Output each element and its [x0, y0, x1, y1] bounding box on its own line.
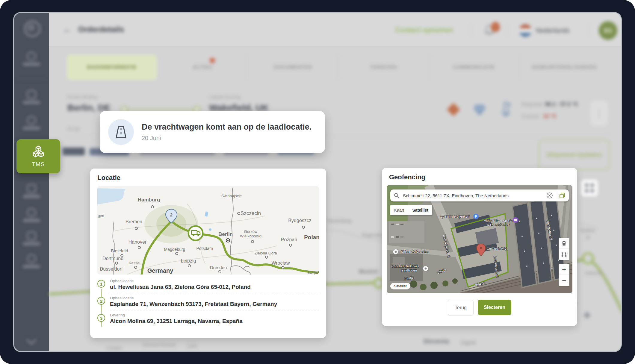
notification-badge: [491, 22, 500, 32]
tms-cubes-icon: [31, 145, 46, 159]
polygon-icon: [561, 252, 567, 257]
tab-bar: BASISINFORMATIE ACTIES DOCUMENTEN TARIEV…: [67, 55, 610, 80]
sidebar-item-2[interactable]: [14, 90, 49, 104]
stop-row-2: 2 Ophaallocatie Esplanade 71, Wenzenbach…: [97, 296, 319, 307]
sidebar-item-7[interactable]: [14, 254, 49, 268]
pickup-label: Eerste afhaling: [67, 94, 97, 99]
bg-map-label: Košice: [580, 228, 595, 233]
tab-tarieven[interactable]: TARIEVEN: [338, 55, 429, 80]
copy-address-icon[interactable]: [559, 192, 565, 198]
map-type-toggle: Kaart Satelliet: [390, 205, 432, 215]
sidebar-item-tms-active[interactable]: TMS: [16, 139, 60, 173]
sidebar-item-6-label: [23, 242, 40, 245]
sidebar-item-3[interactable]: [14, 116, 49, 130]
geo-map-label: Capabel Onderwijs: [391, 264, 419, 268]
back-button[interactable]: ←: [63, 24, 72, 34]
geofencing-title: Geofencing: [389, 173, 425, 181]
pickup-date: 06 Apr: [67, 126, 80, 131]
terug-button[interactable]: Terug: [448, 300, 474, 316]
search-input[interactable]: [402, 193, 543, 198]
tms-label: TMS: [32, 161, 45, 168]
locatie-map[interactable]: Hamburg Świnoujście Szczecin Bremen Bydg…: [97, 186, 319, 274]
page-title: Orderdetails: [78, 25, 124, 34]
language-selector[interactable]: Nederlands: [536, 27, 570, 34]
stop-1-number: 1: [97, 280, 105, 288]
clear-search-icon[interactable]: [546, 192, 553, 199]
avatar[interactable]: BS: [599, 21, 617, 40]
delete-geofence-button[interactable]: [559, 238, 569, 249]
notification-toast: De vrachtwagen komt aan op de laadlocati…: [100, 111, 325, 153]
sidebar-item-6-icon: [27, 231, 36, 240]
sidebar-item-3-icon: [27, 116, 36, 125]
tab-documenten[interactable]: DOCUMENTEN: [247, 55, 338, 80]
geofencing-satellite-map[interactable]: P Q-Park de Bijenkorf Vibes Urban Sports…: [387, 185, 572, 293]
geo-map-label: Vibes Urban Sports: [484, 219, 512, 222]
map-type-kaart[interactable]: Kaart: [390, 205, 408, 215]
tab-communicatie[interactable]: COMMUNICATIE: [429, 55, 519, 80]
sidebar-item-3-label: [23, 127, 40, 130]
sidebar-item-5-label: [23, 219, 40, 222]
map-city-label: Wielkopolski: [240, 234, 261, 238]
slecteren-button[interactable]: Slecteren: [478, 300, 511, 315]
stop-2-address: Esplanade 71, Wenzenbach 93173, Freistaa…: [110, 301, 277, 307]
sidebar-item-1-icon: [27, 52, 36, 61]
header-divider: [507, 24, 507, 37]
map-city-label: Leipzig: [181, 258, 196, 263]
map-city-label: Gorzów: [244, 229, 258, 234]
sidebar-item-5[interactable]: [14, 208, 49, 222]
locatie-title: Locatie: [97, 174, 120, 182]
stop-row-1: 1 Ophaallocatie ul. Heweliusza Jana 63, …: [97, 279, 319, 290]
contact-opnemen-link[interactable]: Contact opnemen: [395, 26, 453, 34]
sidebar-item-2-icon: [27, 90, 36, 99]
map-city-label: Szczecin: [241, 210, 261, 216]
sidebar-item-4[interactable]: [14, 184, 49, 198]
tab-acties[interactable]: ACTIES: [157, 55, 247, 80]
sidebar-item-4-icon: [27, 184, 36, 193]
tab-gebeurtenislogboek[interactable]: GEBEURTENISLOGBOEK: [519, 55, 610, 80]
geo-map-label: CtrlChain B.V.: [487, 247, 507, 251]
header-divider: [589, 24, 589, 37]
sidebar-divider: [17, 79, 46, 80]
hazard-diamond-icon: [446, 102, 461, 117]
stop-2-type: Ophaallocatie: [110, 296, 277, 300]
search-divider: [556, 192, 556, 199]
stop-1-address: ul. Heweliusza Jana 63, Zielona Góra 65-…: [110, 284, 251, 290]
map-city-label: Świnoujście: [221, 194, 242, 198]
map-country-label: Germany: [147, 267, 174, 274]
map-tools: + −: [559, 238, 569, 286]
trash-icon: [561, 240, 567, 246]
map-city-label: Dortmund: [102, 256, 123, 261]
sidebar-item-4-label: [23, 195, 40, 198]
map-city-label: Wrocław: [271, 260, 290, 266]
locatie-card: Locatie: [90, 169, 326, 338]
gem-icon: [472, 103, 487, 116]
sidebar-item-1[interactable]: [14, 52, 49, 66]
map-city-label: Berlin: [218, 231, 233, 237]
satellite-badge: Satelliet: [390, 283, 410, 289]
geofencing-search-bar: [390, 189, 569, 201]
draw-polygon-button[interactable]: [559, 249, 569, 260]
thermometer-icon: [499, 101, 512, 118]
kebab-menu-button[interactable]: ⋮: [590, 100, 608, 126]
sidebar-item-7-label: [23, 265, 40, 268]
bg-map-label: Debrecen: [585, 271, 603, 275]
notifications-bell-icon[interactable]: [484, 24, 498, 39]
sidebar-item-6[interactable]: [14, 231, 49, 245]
zoom-in-button[interactable]: +: [559, 264, 569, 275]
tab-basisinformatie[interactable]: BASISINFORMATIE: [67, 55, 157, 80]
bg-map-label: Clermont-Ferrand: [142, 342, 175, 347]
map-city-label: Potsdam: [196, 246, 213, 251]
geo-map-label: Keizers Advocaten: [401, 250, 428, 254]
sidebar-collapse-chevron-icon[interactable]: [26, 335, 37, 345]
sidebar-item-1-label: [23, 63, 40, 66]
sidebar-item-7-icon: [27, 254, 36, 263]
tab-acties-badge: [210, 58, 215, 63]
map-type-satelliet[interactable]: Satelliet: [408, 205, 432, 215]
zoom-out-button[interactable]: −: [559, 275, 569, 286]
tab-acties-label: ACTIES: [193, 64, 212, 70]
sidebar-item-5-icon: [27, 208, 36, 217]
map-city-label: Często: [308, 270, 319, 274]
geo-map-label: Eindhoven: [401, 269, 417, 272]
required-value: 36.1 - 37.2 °C: [545, 101, 578, 107]
map-city-label: Zielona Góra: [254, 251, 277, 255]
